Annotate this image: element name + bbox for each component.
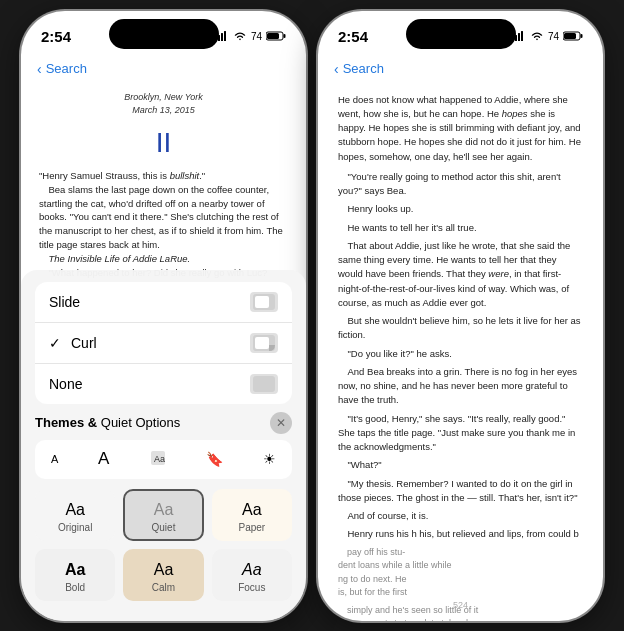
svg-rect-17 — [521, 31, 523, 41]
slide-label: Slide — [49, 294, 80, 310]
wifi-icon-right — [530, 31, 544, 43]
theme-name-paper: Paper — [222, 522, 282, 533]
book-content-right: He does not know what happened to Addie,… — [318, 83, 603, 621]
battery-bar — [266, 31, 286, 43]
status-icons-left: 74 — [215, 31, 286, 43]
battery-label-right: 74 — [548, 31, 559, 42]
svg-rect-6 — [267, 33, 279, 39]
book-para-9: "It's good, Henry," she says. "It's real… — [338, 412, 583, 455]
time-left: 2:54 — [41, 28, 71, 45]
book-para-4: He wants to tell her it's all true. — [338, 221, 583, 235]
slide-icon — [250, 292, 278, 312]
checkmark-icon: ✓ — [49, 335, 61, 351]
theme-card-paper[interactable]: Aa Paper — [212, 489, 292, 541]
book-para-8: And Bea breaks into a grin. There is no … — [338, 365, 583, 408]
book-para-10: "What?" — [338, 458, 583, 472]
themes-header: Themes & Quiet Options ✕ — [35, 412, 292, 434]
wifi-icon — [233, 31, 247, 43]
book-para-13: Henry runs his h his, but relieved and l… — [338, 527, 583, 541]
page-number: 524 — [318, 599, 603, 613]
curl-icon — [250, 333, 278, 353]
svg-rect-3 — [224, 31, 226, 41]
book-para-7: "Do you like it?" he asks. — [338, 347, 583, 361]
theme-sample-focus: Aa — [222, 561, 282, 579]
svg-rect-19 — [581, 34, 583, 38]
themes-title: Themes & Quiet Options — [35, 415, 180, 430]
phones-container: 2:54 74 ‹ Search Brooklyn, New Y — [21, 11, 603, 621]
book-header: Brooklyn, New York March 13, 2015 — [39, 91, 288, 117]
theme-card-focus[interactable]: Aa Focus — [212, 549, 292, 601]
theme-name-quiet: Quiet — [133, 522, 193, 533]
back-link-right[interactable]: ‹ Search — [318, 55, 603, 83]
overlay-panel: Slide ✓ Curl None — [21, 270, 306, 621]
svg-rect-11 — [253, 376, 275, 392]
svg-rect-8 — [255, 296, 269, 308]
book-para-6: But she wouldn't believe him, so he lets… — [338, 314, 583, 343]
close-button[interactable]: ✕ — [270, 412, 292, 434]
slide-row-none[interactable]: None — [35, 363, 292, 404]
font-decrease-btn[interactable]: A — [45, 450, 64, 468]
book-para-1: He does not know what happened to Addie,… — [338, 93, 583, 164]
theme-name-bold: Bold — [45, 582, 105, 593]
svg-rect-20 — [564, 33, 576, 39]
theme-card-quiet[interactable]: Aa Quiet — [123, 489, 203, 541]
theme-sample-quiet: Aa — [133, 501, 193, 519]
theme-name-focus: Focus — [222, 582, 282, 593]
book-para-14: pay off his stu-dent loans while a littl… — [338, 546, 583, 600]
theme-card-bold[interactable]: Aa Bold — [35, 549, 115, 601]
dynamic-island-left — [109, 19, 219, 49]
theme-card-calm[interactable]: Aa Calm — [123, 549, 203, 601]
brightness-btn[interactable]: ☀ — [257, 448, 282, 470]
svg-rect-10 — [255, 337, 269, 349]
slide-row-slide[interactable]: Slide — [35, 282, 292, 322]
book-para-3: Henry looks up. — [338, 202, 583, 216]
toolbar-row: A A Aa 🔖 ☀ — [35, 440, 292, 479]
book-para-5: That about Addie, just like he wrote, th… — [338, 239, 583, 310]
theme-sample-original: Aa — [45, 501, 105, 519]
svg-text:Aa: Aa — [154, 454, 165, 464]
status-icons-right: 74 — [512, 31, 583, 43]
back-chevron-icon-right: ‹ — [334, 61, 339, 77]
theme-sample-bold: Aa — [45, 561, 105, 579]
battery-bar-right — [563, 31, 583, 43]
none-icon — [250, 374, 278, 394]
svg-rect-5 — [284, 34, 286, 38]
theme-name-original: Original — [45, 522, 105, 533]
right-phone: 2:54 74 ‹ Search He does not know what h… — [318, 11, 603, 621]
theme-sample-calm: Aa — [133, 561, 193, 579]
svg-rect-16 — [518, 33, 520, 41]
theme-sample-paper: Aa — [222, 501, 282, 519]
slide-options: Slide ✓ Curl None — [35, 282, 292, 404]
time-right: 2:54 — [338, 28, 368, 45]
book-chapter: II — [39, 123, 288, 164]
font-style-btn[interactable]: Aa — [143, 446, 173, 473]
book-para-2: "You're really going to method actor thi… — [338, 170, 583, 199]
quiet-options-label: Quiet Options — [101, 415, 181, 430]
back-chevron-icon: ‹ — [37, 61, 42, 77]
book-para-11: "My thesis. Remember? I wanted to do it … — [338, 477, 583, 506]
svg-rect-2 — [221, 33, 223, 41]
themes-grid: Aa Original Aa Quiet Aa Paper Aa Bold — [35, 489, 292, 601]
curl-label: Curl — [71, 335, 97, 351]
back-link-left[interactable]: ‹ Search — [21, 55, 306, 83]
bookmark-btn[interactable]: 🔖 — [200, 448, 229, 470]
theme-name-calm: Calm — [133, 582, 193, 593]
battery-icon: 74 — [251, 31, 262, 42]
book-para-12: And of course, it is. — [338, 509, 583, 523]
none-label: None — [49, 376, 82, 392]
back-label-right: Search — [343, 61, 384, 76]
slide-row-curl[interactable]: ✓ Curl — [35, 322, 292, 363]
font-increase-btn[interactable]: A — [92, 446, 115, 472]
left-phone: 2:54 74 ‹ Search Brooklyn, New Y — [21, 11, 306, 621]
theme-card-original[interactable]: Aa Original — [35, 489, 115, 541]
dynamic-island-right — [406, 19, 516, 49]
back-label-left: Search — [46, 61, 87, 76]
